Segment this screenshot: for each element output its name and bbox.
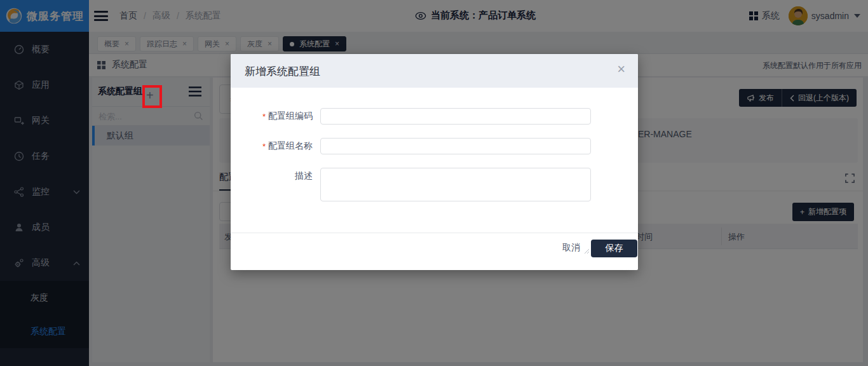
field-label-group-code: * 配置组编码 bbox=[241, 108, 313, 125]
resize-grip-icon[interactable] bbox=[584, 248, 590, 254]
modal-header: 新增系统配置组 × bbox=[231, 54, 638, 88]
close-icon[interactable]: × bbox=[617, 62, 625, 76]
required-asterisk: * bbox=[262, 112, 266, 121]
cancel-button[interactable]: 取消 bbox=[562, 242, 580, 254]
group-code-input[interactable] bbox=[320, 108, 591, 125]
required-asterisk: * bbox=[262, 142, 266, 151]
save-button[interactable]: 保存 bbox=[591, 240, 637, 257]
annotation-highlight-box bbox=[142, 85, 162, 108]
add-group-modal: 新增系统配置组 × * 配置组编码 * 配置组名称 描述 取消 保存 bbox=[231, 54, 638, 270]
group-name-input[interactable] bbox=[320, 138, 591, 154]
app-root: 微服务管理 首页 / 高级 / 系统配置 当前系统：产品订单系统 bbox=[0, 0, 868, 366]
description-textarea[interactable] bbox=[320, 168, 591, 201]
modal-title: 新增系统配置组 bbox=[245, 64, 320, 79]
field-label-description: 描述 bbox=[241, 168, 313, 184]
field-label-group-name: * 配置组名称 bbox=[241, 138, 313, 154]
